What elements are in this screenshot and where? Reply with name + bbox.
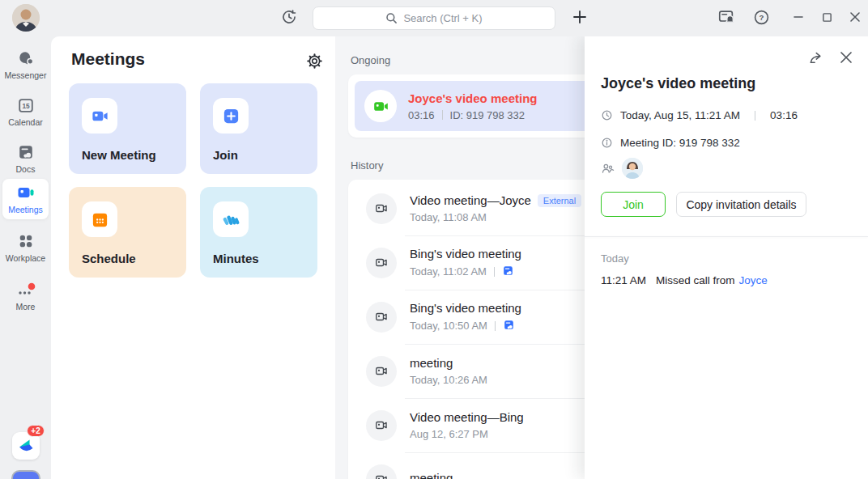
svg-text:?: ? xyxy=(759,13,764,22)
minutes-doc-icon[interactable] xyxy=(502,265,514,279)
history-item-title: Video meeting—Joyce xyxy=(410,193,531,207)
history-item[interactable]: Video meeting—Joyce External Today, 11:0… xyxy=(348,181,599,235)
history-item-time: Today, 10:50 AM xyxy=(410,320,487,332)
main-content: Meetings xyxy=(51,36,868,479)
app-window: Search (Ctrl + K) ? xyxy=(0,0,868,479)
schedule-calendar-icon xyxy=(82,201,117,237)
search-icon xyxy=(385,12,398,24)
missed-call-text: Missed call from xyxy=(656,274,735,286)
join-button[interactable]: Join xyxy=(601,192,666,217)
info-icon xyxy=(601,137,613,149)
video-camera-icon xyxy=(366,248,397,278)
sidebar-item-calendar[interactable]: 15 Calendar xyxy=(2,91,49,132)
join-plus-icon xyxy=(213,98,249,134)
video-camera-icon xyxy=(366,356,397,387)
history-item-title: Bing's video meeting xyxy=(410,247,521,261)
share-icon[interactable] xyxy=(805,47,826,68)
video-camera-icon xyxy=(366,302,397,333)
window-close-button[interactable] xyxy=(844,6,866,28)
new-meeting-card[interactable]: New Meeting xyxy=(69,83,186,174)
search-input[interactable]: Search (Ctrl + K) xyxy=(313,6,555,30)
history-list: Video meeting—Joyce External Today, 11:0… xyxy=(348,180,599,479)
meetings-panel: Meetings xyxy=(51,36,335,479)
meeting-detail-title: Joyce's video meeting xyxy=(601,75,755,92)
panel-close-icon[interactable] xyxy=(836,47,857,68)
more-dots-icon xyxy=(16,280,36,299)
join-meeting-card[interactable]: Join xyxy=(200,83,317,174)
secondary-account-avatar[interactable]: L xyxy=(11,470,40,479)
video-camera-icon xyxy=(366,410,397,441)
history-item[interactable]: meeting xyxy=(348,452,599,479)
minutes-doc-icon[interactable] xyxy=(503,319,515,333)
history-item-title: meeting xyxy=(410,471,453,479)
history-item-title: Bing's video meeting xyxy=(410,301,521,315)
meeting-detail-panel: Joyce's video meeting Today, Aug 15, 11:… xyxy=(585,36,868,479)
calendar-icon: 15 xyxy=(16,95,36,115)
lark-bird-icon xyxy=(16,436,36,456)
sidebar-item-label: Meetings xyxy=(8,205,43,214)
sidebar: Messenger 15 Calendar Docs xyxy=(0,36,51,479)
settings-gear-icon[interactable] xyxy=(304,50,325,71)
workplace-grid-icon xyxy=(16,231,36,251)
participants-icon xyxy=(601,162,615,176)
history-item-title: Video meeting—Bing xyxy=(410,410,524,424)
call-history-date-label: Today xyxy=(601,252,629,265)
external-badge: External xyxy=(538,194,581,207)
meeting-notification-icon[interactable] xyxy=(715,6,738,28)
card-label: Minutes xyxy=(213,252,259,265)
user-avatar[interactable] xyxy=(12,4,40,32)
ongoing-meeting-id: ID: 919 798 332 xyxy=(450,109,525,121)
history-item[interactable]: Bing's video meeting Today, 10:50 AM xyxy=(348,290,599,344)
meeting-time-row: Today, Aug 15, 11:21 AM 03:16 xyxy=(601,109,798,121)
divider xyxy=(442,110,443,120)
missed-call-time: 11:21 AM xyxy=(601,274,646,286)
divider xyxy=(495,321,496,331)
search-placeholder: Search (Ctrl + K) xyxy=(403,12,482,24)
card-label: Join xyxy=(213,148,238,162)
clock-icon xyxy=(601,109,613,121)
history-item[interactable]: Video meeting—Bing Aug 12, 6:27 PM xyxy=(348,398,599,452)
participants-row xyxy=(601,158,643,179)
messenger-icon xyxy=(16,49,36,68)
minutes-card[interactable]: Minutes xyxy=(200,187,317,278)
minutes-scribble-icon xyxy=(213,201,249,237)
participant-avatar[interactable] xyxy=(622,158,643,179)
sidebar-item-meetings[interactable]: Meetings xyxy=(2,179,49,219)
video-camera-icon xyxy=(366,464,397,479)
docs-icon xyxy=(16,142,36,162)
history-item[interactable]: Bing's video meeting Today, 11:02 AM xyxy=(348,235,599,290)
ongoing-meeting-title: Joyce's video meeting xyxy=(408,91,537,105)
meeting-duration: 03:16 xyxy=(770,109,798,121)
meetings-video-icon xyxy=(16,183,36,202)
sidebar-item-messenger[interactable]: Messenger xyxy=(2,45,49,85)
meeting-list-column: Ongoing Joyce's video meeting 03:16 xyxy=(335,36,585,479)
meeting-id-text: Meeting ID: 919 798 332 xyxy=(620,137,740,149)
sidebar-item-more[interactable]: More xyxy=(2,276,49,316)
sidebar-item-docs[interactable]: Docs xyxy=(2,138,49,179)
page-title: Meetings xyxy=(71,49,145,69)
card-label: Schedule xyxy=(82,252,136,265)
maximize-button[interactable] xyxy=(815,6,838,28)
sidebar-item-workplace[interactable]: Workplace xyxy=(2,227,49,268)
history-item-time: Aug 12, 6:27 PM xyxy=(410,428,488,440)
ongoing-section-label: Ongoing xyxy=(351,54,390,66)
sidebar-item-label: More xyxy=(16,302,36,312)
quick-action-cards: New Meeting Join xyxy=(69,83,324,278)
sidebar-item-label: Messenger xyxy=(5,70,47,80)
recents-history-icon[interactable] xyxy=(278,6,300,28)
section-divider xyxy=(585,236,868,237)
copy-invitation-button[interactable]: Copy invitation details xyxy=(676,192,806,217)
meeting-id-row: Meeting ID: 919 798 332 xyxy=(601,137,740,149)
schedule-card[interactable]: Schedule xyxy=(69,187,186,278)
history-section-label: History xyxy=(351,159,383,172)
minimize-button[interactable] xyxy=(787,6,810,28)
ongoing-meeting-card[interactable]: Joyce's video meeting 03:16 ID: 919 798 … xyxy=(348,74,599,138)
create-new-button[interactable] xyxy=(568,6,591,28)
missed-call-person-link[interactable]: Joyce xyxy=(739,274,768,286)
help-icon[interactable]: ? xyxy=(750,6,772,28)
ongoing-camera-icon xyxy=(364,90,397,122)
card-label: New Meeting xyxy=(82,148,156,162)
top-bar: Search (Ctrl + K) ? xyxy=(0,0,868,36)
divider xyxy=(755,111,755,121)
history-item[interactable]: meeting Today, 10:26 AM xyxy=(348,344,599,398)
